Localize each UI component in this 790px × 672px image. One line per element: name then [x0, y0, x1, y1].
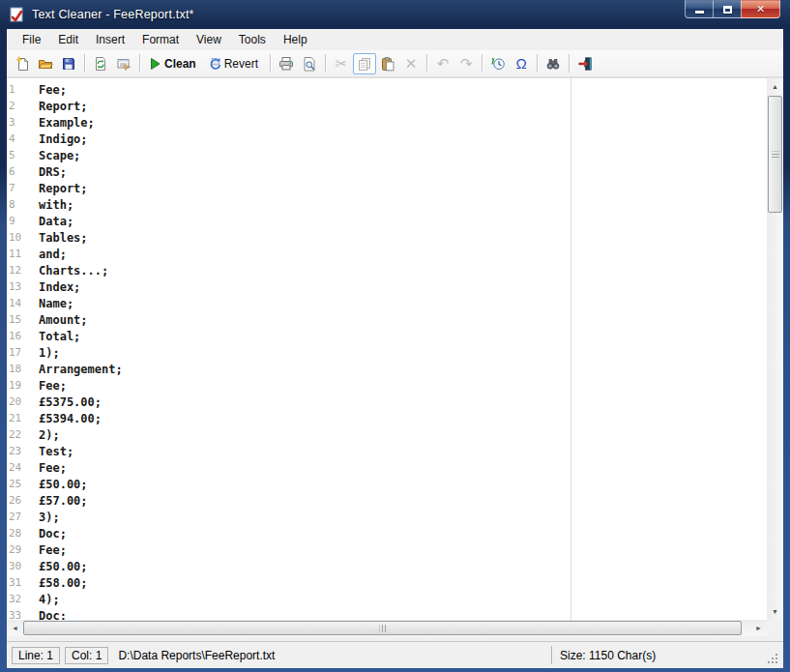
editor-line[interactable]: 11 and; — [7, 246, 767, 262]
window-controls: ✕ — [685, 0, 780, 18]
editor-line[interactable]: 27 3); — [7, 509, 767, 525]
line-number: 4 — [9, 132, 31, 145]
editor-line[interactable]: 21 £5394.00; — [7, 410, 767, 426]
statusbar: Line: 1 Col: 1 D:\Data Reports\FeeReport… — [7, 641, 783, 668]
status-col-panel: Col: 1 — [65, 647, 108, 664]
find-button[interactable] — [541, 53, 565, 74]
insert-symbol-button[interactable]: Ω — [510, 53, 533, 74]
scroll-down-arrow[interactable]: ▼ — [767, 603, 783, 620]
editor-line[interactable]: 25 £50.00; — [7, 476, 767, 492]
line-number: 31 — [9, 576, 31, 589]
editor-line[interactable]: 31 £58.00; — [7, 574, 767, 591]
editor-line[interactable]: 24 Fee; — [7, 459, 767, 476]
file-properties-button[interactable] — [112, 53, 135, 74]
editor-lines: 1 Fee; 2 Report; 3 Example; 4 Indigo; 5 … — [7, 81, 767, 620]
minimize-button[interactable] — [685, 0, 713, 18]
print-button[interactable] — [275, 53, 298, 74]
horizontal-scroll-thumb[interactable] — [23, 621, 742, 635]
editor-line[interactable]: 5 Scape; — [7, 147, 767, 163]
copy-button[interactable] — [353, 53, 376, 74]
clean-button[interactable]: Clean — [144, 53, 204, 74]
status-separator — [551, 646, 552, 664]
line-number: 16 — [9, 330, 31, 342]
editor-line[interactable]: 22 2); — [7, 426, 767, 443]
resize-grip[interactable] — [768, 654, 777, 663]
menu-item[interactable]: Help — [275, 30, 316, 49]
editor-line[interactable]: 6 DRS; — [7, 163, 767, 180]
scrollbar-corner — [767, 620, 783, 636]
line-text: Charts...; — [39, 264, 108, 278]
scroll-right-arrow[interactable]: ► — [750, 620, 767, 636]
line-number: 5 — [9, 149, 31, 161]
editor-line[interactable]: 10 Tables; — [7, 229, 767, 246]
scroll-up-arrow[interactable]: ▲ — [767, 78, 783, 95]
editor-line[interactable]: 8 with; — [7, 196, 767, 213]
horizontal-scrollbar[interactable]: ◄ ► — [7, 620, 767, 636]
undo-button[interactable]: ↶ — [431, 53, 454, 74]
redo-button[interactable]: ↷ — [454, 53, 478, 74]
new-file-button[interactable] — [11, 53, 34, 74]
editor-line[interactable]: 3 Example; — [7, 114, 767, 131]
editor-line[interactable]: 17 1); — [7, 344, 767, 361]
editor-line[interactable]: 19 Fee; — [7, 377, 767, 394]
menu-item[interactable]: Insert — [87, 30, 133, 49]
vertical-scroll-thumb[interactable] — [768, 96, 782, 213]
exit-button[interactable] — [573, 53, 597, 74]
save-file-button[interactable] — [57, 53, 80, 74]
file-properties-icon — [116, 56, 132, 72]
line-number: 12 — [9, 264, 31, 277]
menu-item[interactable]: Tools — [230, 30, 275, 49]
line-text: Doc; — [39, 609, 67, 621]
line-number: 14 — [9, 297, 31, 309]
editor-line[interactable]: 20 £5375.00; — [7, 394, 767, 410]
editor-line[interactable]: 4 Indigo; — [7, 131, 767, 147]
line-number: 11 — [9, 248, 31, 260]
line-number: 33 — [9, 609, 31, 620]
menu-item[interactable]: Format — [133, 30, 188, 49]
cut-button[interactable]: ✂ — [330, 53, 353, 74]
editor-line[interactable]: 12 Charts...; — [7, 262, 767, 278]
line-text: £57.00; — [39, 494, 88, 508]
text-editor[interactable]: 1 Fee; 2 Report; 3 Example; 4 Indigo; 5 … — [7, 77, 783, 620]
line-text: with; — [39, 198, 73, 212]
status-size: Size: 1150 Char(s) — [560, 649, 656, 662]
open-file-button[interactable] — [34, 53, 57, 74]
editor-line[interactable]: 14 Name; — [7, 295, 767, 311]
thumb-grip — [772, 151, 779, 158]
menu-item[interactable]: Edit — [49, 30, 87, 49]
app-icon — [9, 7, 25, 23]
editor-line[interactable]: 33 Doc; — [7, 607, 767, 620]
menu-item[interactable]: File — [14, 30, 49, 49]
close-button[interactable]: ✕ — [741, 0, 780, 18]
hscroll-zone: ◄ ► — [7, 620, 783, 636]
editor-line[interactable]: 23 Test; — [7, 443, 767, 459]
editor-line[interactable]: 26 £57.00; — [7, 492, 767, 509]
editor-line[interactable]: 28 Doc; — [7, 525, 767, 541]
editor-line[interactable]: 30 £50.00; — [7, 558, 767, 574]
editor-line[interactable]: 32 4); — [7, 591, 767, 607]
paste-button[interactable] — [376, 53, 399, 74]
vertical-scrollbar[interactable]: ▲ ▼ — [767, 78, 783, 620]
scroll-left-arrow[interactable]: ◄ — [7, 620, 23, 636]
menu-item[interactable]: View — [188, 30, 230, 49]
editor-line[interactable]: 29 Fee; — [7, 541, 767, 558]
line-number: 2 — [9, 100, 31, 112]
editor-line[interactable]: 9 Data; — [7, 213, 767, 229]
close-icon: ✕ — [756, 3, 765, 15]
line-number: 25 — [9, 478, 31, 490]
reload-file-button[interactable] — [89, 53, 112, 74]
editor-line[interactable]: 18 Arrangement; — [7, 361, 767, 377]
editor-line[interactable]: 15 Amount; — [7, 311, 767, 328]
editor-line[interactable]: 7 Report; — [7, 180, 767, 196]
maximize-button[interactable] — [713, 0, 741, 18]
revert-button[interactable]: Revert — [204, 53, 266, 74]
editor-line[interactable]: 2 Report; — [7, 98, 767, 114]
print-preview-button[interactable] — [298, 53, 321, 74]
insert-datetime-button[interactable] — [486, 53, 510, 74]
delete-button[interactable]: ✕ — [399, 53, 423, 74]
editor-line[interactable]: 16 Total; — [7, 328, 767, 344]
editor-line[interactable]: 13 Index; — [7, 278, 767, 295]
editor-line[interactable]: 1 Fee; — [7, 81, 767, 98]
line-number: 8 — [9, 198, 31, 211]
line-number: 7 — [9, 182, 31, 194]
